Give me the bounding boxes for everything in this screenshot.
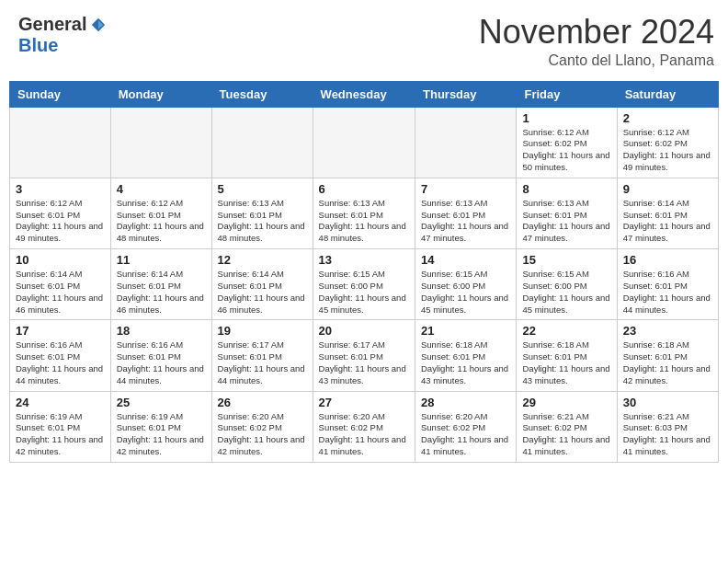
- day-number: 29: [522, 396, 610, 409]
- day-number: 22: [522, 324, 610, 338]
- day-number: 18: [117, 324, 206, 338]
- calendar-day-cell: 4Sunrise: 6:12 AMSunset: 6:01 PMDaylight…: [110, 178, 211, 248]
- calendar-week-row: 10Sunrise: 6:14 AMSunset: 6:01 PMDayligh…: [10, 249, 719, 320]
- logo-blue-text: Blue: [18, 35, 58, 56]
- calendar-day-cell: 8Sunrise: 6:13 AMSunset: 6:01 PMDaylight…: [517, 178, 617, 248]
- weekday-header: Saturday: [617, 81, 718, 107]
- day-number: 30: [623, 396, 712, 409]
- calendar-day-cell: 15Sunrise: 6:15 AMSunset: 6:00 PMDayligh…: [517, 249, 617, 320]
- day-info: Sunrise: 6:20 AMSunset: 6:02 PMDaylight:…: [218, 411, 307, 458]
- calendar-day-cell: 30Sunrise: 6:21 AMSunset: 6:03 PMDayligh…: [617, 391, 718, 462]
- day-info: Sunrise: 6:19 AMSunset: 6:01 PMDaylight:…: [16, 411, 105, 458]
- day-info: Sunrise: 6:18 AMSunset: 6:01 PMDaylight:…: [421, 339, 510, 386]
- day-number: 17: [16, 324, 105, 338]
- calendar-day-cell: 27Sunrise: 6:20 AMSunset: 6:02 PMDayligh…: [313, 391, 415, 462]
- calendar-week-row: 24Sunrise: 6:19 AMSunset: 6:01 PMDayligh…: [10, 391, 719, 462]
- weekday-header: Friday: [517, 81, 617, 107]
- weekday-header: Sunday: [10, 81, 111, 107]
- calendar-day-cell: 18Sunrise: 6:16 AMSunset: 6:01 PMDayligh…: [110, 320, 211, 391]
- calendar-week-row: 3Sunrise: 6:12 AMSunset: 6:01 PMDaylight…: [10, 178, 719, 248]
- day-number: 4: [117, 182, 206, 196]
- day-info: Sunrise: 6:14 AMSunset: 6:01 PMDaylight:…: [218, 269, 307, 316]
- day-info: Sunrise: 6:19 AMSunset: 6:01 PMDaylight:…: [117, 411, 206, 458]
- day-info: Sunrise: 6:13 AMSunset: 6:01 PMDaylight:…: [421, 198, 510, 245]
- calendar-day-cell: 29Sunrise: 6:21 AMSunset: 6:02 PMDayligh…: [517, 391, 617, 462]
- calendar-day-cell: 28Sunrise: 6:20 AMSunset: 6:02 PMDayligh…: [415, 391, 517, 462]
- calendar-day-cell: [110, 107, 211, 178]
- day-info: Sunrise: 6:13 AMSunset: 6:01 PMDaylight:…: [522, 198, 610, 245]
- day-info: Sunrise: 6:15 AMSunset: 6:00 PMDaylight:…: [522, 269, 610, 316]
- calendar-day-cell: 17Sunrise: 6:16 AMSunset: 6:01 PMDayligh…: [10, 320, 111, 391]
- calendar-day-cell: 11Sunrise: 6:14 AMSunset: 6:01 PMDayligh…: [110, 249, 211, 320]
- day-info: Sunrise: 6:18 AMSunset: 6:01 PMDaylight:…: [522, 339, 610, 386]
- calendar-day-cell: 7Sunrise: 6:13 AMSunset: 6:01 PMDaylight…: [415, 178, 517, 248]
- month-title: November 2024: [479, 14, 714, 51]
- day-info: Sunrise: 6:12 AMSunset: 6:01 PMDaylight:…: [16, 198, 105, 245]
- calendar-day-cell: 24Sunrise: 6:19 AMSunset: 6:01 PMDayligh…: [10, 391, 111, 462]
- day-number: 20: [319, 324, 409, 338]
- day-number: 15: [522, 253, 610, 267]
- weekday-header: Thursday: [415, 81, 517, 107]
- weekday-header: Monday: [110, 81, 211, 107]
- calendar-day-cell: 23Sunrise: 6:18 AMSunset: 6:01 PMDayligh…: [617, 320, 718, 391]
- calendar-table: SundayMondayTuesdayWednesdayThursdayFrid…: [9, 81, 719, 463]
- calendar-day-cell: 26Sunrise: 6:20 AMSunset: 6:02 PMDayligh…: [211, 391, 313, 462]
- day-info: Sunrise: 6:16 AMSunset: 6:01 PMDaylight:…: [117, 339, 206, 386]
- day-number: 3: [16, 182, 105, 196]
- day-number: 6: [319, 182, 409, 196]
- weekday-header: Wednesday: [313, 81, 415, 107]
- day-number: 10: [16, 253, 105, 267]
- day-info: Sunrise: 6:21 AMSunset: 6:03 PMDaylight:…: [623, 411, 712, 458]
- calendar-day-cell: 13Sunrise: 6:15 AMSunset: 6:00 PMDayligh…: [313, 249, 415, 320]
- day-number: 5: [218, 182, 307, 196]
- calendar-day-cell: 20Sunrise: 6:17 AMSunset: 6:01 PMDayligh…: [313, 320, 415, 391]
- day-info: Sunrise: 6:14 AMSunset: 6:01 PMDaylight:…: [623, 198, 712, 245]
- day-info: Sunrise: 6:15 AMSunset: 6:00 PMDaylight:…: [421, 269, 510, 316]
- calendar-day-cell: 2Sunrise: 6:12 AMSunset: 6:02 PMDaylight…: [617, 107, 718, 178]
- day-info: Sunrise: 6:20 AMSunset: 6:02 PMDaylight:…: [319, 411, 409, 458]
- day-number: 21: [421, 324, 510, 338]
- calendar-week-row: 17Sunrise: 6:16 AMSunset: 6:01 PMDayligh…: [10, 320, 719, 391]
- calendar-day-cell: 19Sunrise: 6:17 AMSunset: 6:01 PMDayligh…: [211, 320, 313, 391]
- day-number: 23: [623, 324, 712, 338]
- day-number: 28: [421, 396, 510, 409]
- day-info: Sunrise: 6:17 AMSunset: 6:01 PMDaylight:…: [218, 339, 307, 386]
- day-info: Sunrise: 6:14 AMSunset: 6:01 PMDaylight:…: [117, 269, 206, 316]
- calendar-day-cell: [415, 107, 517, 178]
- day-number: 13: [319, 253, 409, 267]
- day-info: Sunrise: 6:12 AMSunset: 6:01 PMDaylight:…: [117, 198, 206, 245]
- calendar-week-row: 1Sunrise: 6:12 AMSunset: 6:02 PMDaylight…: [10, 107, 719, 178]
- calendar-day-cell: 22Sunrise: 6:18 AMSunset: 6:01 PMDayligh…: [517, 320, 617, 391]
- page-header: General Blue November 2024 Canto del Lla…: [9, 9, 719, 74]
- day-info: Sunrise: 6:12 AMSunset: 6:02 PMDaylight:…: [623, 127, 712, 174]
- calendar-day-cell: [10, 107, 111, 178]
- calendar-day-cell: 9Sunrise: 6:14 AMSunset: 6:01 PMDaylight…: [617, 178, 718, 248]
- day-number: 7: [421, 182, 510, 196]
- location-text: Canto del Llano, Panama: [479, 52, 714, 69]
- day-info: Sunrise: 6:14 AMSunset: 6:01 PMDaylight:…: [16, 269, 105, 316]
- day-number: 14: [421, 253, 510, 267]
- calendar-day-cell: [313, 107, 415, 178]
- day-number: 27: [319, 396, 409, 409]
- calendar-day-cell: 6Sunrise: 6:13 AMSunset: 6:01 PMDaylight…: [313, 178, 415, 248]
- calendar-day-cell: [211, 107, 313, 178]
- calendar-day-cell: 10Sunrise: 6:14 AMSunset: 6:01 PMDayligh…: [10, 249, 111, 320]
- logo-icon: [90, 17, 107, 33]
- day-number: 9: [623, 182, 712, 196]
- calendar-day-cell: 3Sunrise: 6:12 AMSunset: 6:01 PMDaylight…: [10, 178, 111, 248]
- logo-general-text: General: [18, 14, 86, 35]
- day-number: 12: [218, 253, 307, 267]
- day-info: Sunrise: 6:20 AMSunset: 6:02 PMDaylight:…: [421, 411, 510, 458]
- day-info: Sunrise: 6:16 AMSunset: 6:01 PMDaylight:…: [16, 339, 105, 386]
- day-info: Sunrise: 6:21 AMSunset: 6:02 PMDaylight:…: [522, 411, 610, 458]
- calendar-header-row: SundayMondayTuesdayWednesdayThursdayFrid…: [10, 81, 719, 107]
- day-number: 1: [522, 111, 610, 125]
- calendar-day-cell: 14Sunrise: 6:15 AMSunset: 6:00 PMDayligh…: [415, 249, 517, 320]
- day-info: Sunrise: 6:12 AMSunset: 6:02 PMDaylight:…: [522, 127, 610, 174]
- day-number: 8: [522, 182, 610, 196]
- calendar-day-cell: 21Sunrise: 6:18 AMSunset: 6:01 PMDayligh…: [415, 320, 517, 391]
- title-block: November 2024 Canto del Llano, Panama: [479, 14, 714, 69]
- day-number: 25: [117, 396, 206, 409]
- day-number: 16: [623, 253, 712, 267]
- day-info: Sunrise: 6:13 AMSunset: 6:01 PMDaylight:…: [218, 198, 307, 245]
